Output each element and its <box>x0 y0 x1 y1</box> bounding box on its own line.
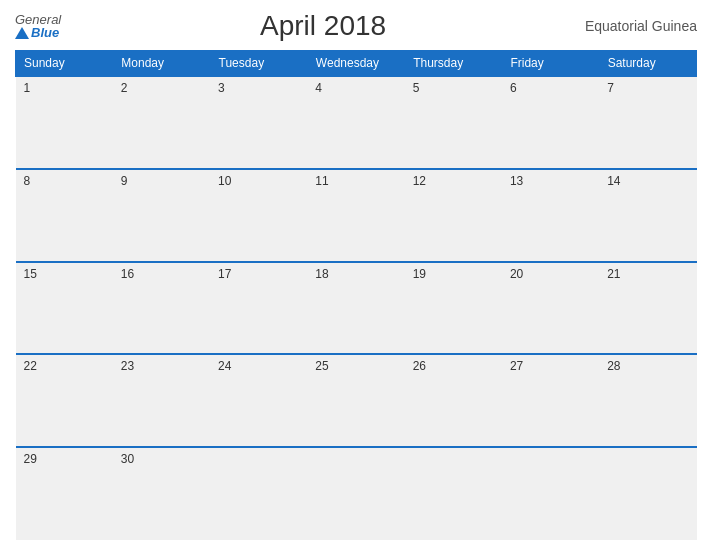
day-cell-23: 23 <box>113 354 210 447</box>
day-cell-13: 13 <box>502 169 599 262</box>
day-number: 12 <box>413 174 426 188</box>
logo-blue-text: Blue <box>15 26 61 39</box>
week-row-3: 15161718192021 <box>16 262 697 355</box>
day-cell-2: 2 <box>113 76 210 169</box>
day-cell-3: 3 <box>210 76 307 169</box>
day-cell-30: 30 <box>113 447 210 540</box>
day-number: 18 <box>315 267 328 281</box>
day-number: 29 <box>24 452 37 466</box>
day-number: 14 <box>607 174 620 188</box>
day-cell-5: 5 <box>405 76 502 169</box>
day-number: 17 <box>218 267 231 281</box>
weekday-header-thursday: Thursday <box>405 51 502 77</box>
day-number: 6 <box>510 81 517 95</box>
calendar-table: SundayMondayTuesdayWednesdayThursdayFrid… <box>15 50 697 540</box>
weekday-header-saturday: Saturday <box>599 51 696 77</box>
week-row-4: 22232425262728 <box>16 354 697 447</box>
day-number: 1 <box>24 81 31 95</box>
logo-triangle-icon <box>15 27 29 39</box>
empty-cell <box>307 447 404 540</box>
day-number: 27 <box>510 359 523 373</box>
day-cell-9: 9 <box>113 169 210 262</box>
day-cell-12: 12 <box>405 169 502 262</box>
weekday-header-wednesday: Wednesday <box>307 51 404 77</box>
week-row-2: 891011121314 <box>16 169 697 262</box>
day-cell-16: 16 <box>113 262 210 355</box>
day-cell-22: 22 <box>16 354 113 447</box>
weekday-header-row: SundayMondayTuesdayWednesdayThursdayFrid… <box>16 51 697 77</box>
day-number: 22 <box>24 359 37 373</box>
day-cell-27: 27 <box>502 354 599 447</box>
day-number: 5 <box>413 81 420 95</box>
day-cell-7: 7 <box>599 76 696 169</box>
day-number: 20 <box>510 267 523 281</box>
day-number: 16 <box>121 267 134 281</box>
day-number: 28 <box>607 359 620 373</box>
day-cell-21: 21 <box>599 262 696 355</box>
weekday-header-friday: Friday <box>502 51 599 77</box>
day-number: 3 <box>218 81 225 95</box>
day-cell-19: 19 <box>405 262 502 355</box>
day-cell-15: 15 <box>16 262 113 355</box>
calendar-header: General Blue April 2018 Equatorial Guine… <box>15 10 697 42</box>
day-number: 4 <box>315 81 322 95</box>
day-cell-18: 18 <box>307 262 404 355</box>
empty-cell <box>502 447 599 540</box>
day-cell-20: 20 <box>502 262 599 355</box>
day-cell-28: 28 <box>599 354 696 447</box>
day-cell-26: 26 <box>405 354 502 447</box>
day-cell-24: 24 <box>210 354 307 447</box>
weekday-header-sunday: Sunday <box>16 51 113 77</box>
day-number: 24 <box>218 359 231 373</box>
day-cell-1: 1 <box>16 76 113 169</box>
day-cell-14: 14 <box>599 169 696 262</box>
day-number: 7 <box>607 81 614 95</box>
day-number: 2 <box>121 81 128 95</box>
day-cell-29: 29 <box>16 447 113 540</box>
day-cell-17: 17 <box>210 262 307 355</box>
day-cell-4: 4 <box>307 76 404 169</box>
day-number: 15 <box>24 267 37 281</box>
country-name: Equatorial Guinea <box>585 18 697 34</box>
weekday-header-monday: Monday <box>113 51 210 77</box>
day-number: 11 <box>315 174 328 188</box>
empty-cell <box>210 447 307 540</box>
day-number: 8 <box>24 174 31 188</box>
calendar-title: April 2018 <box>260 10 386 42</box>
day-number: 23 <box>121 359 134 373</box>
day-number: 25 <box>315 359 328 373</box>
day-number: 30 <box>121 452 134 466</box>
day-number: 9 <box>121 174 128 188</box>
day-cell-6: 6 <box>502 76 599 169</box>
day-number: 26 <box>413 359 426 373</box>
day-number: 10 <box>218 174 231 188</box>
empty-cell <box>405 447 502 540</box>
day-cell-25: 25 <box>307 354 404 447</box>
week-row-1: 1234567 <box>16 76 697 169</box>
day-cell-8: 8 <box>16 169 113 262</box>
logo: General Blue <box>15 13 61 39</box>
day-cell-11: 11 <box>307 169 404 262</box>
day-cell-10: 10 <box>210 169 307 262</box>
empty-cell <box>599 447 696 540</box>
day-number: 19 <box>413 267 426 281</box>
weekday-header-tuesday: Tuesday <box>210 51 307 77</box>
day-number: 21 <box>607 267 620 281</box>
week-row-5: 2930 <box>16 447 697 540</box>
day-number: 13 <box>510 174 523 188</box>
